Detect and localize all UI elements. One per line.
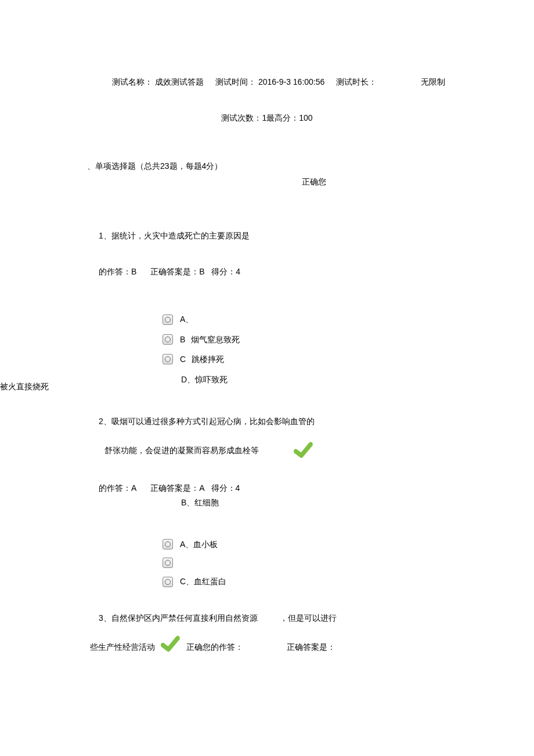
q1-opt-b-text: 烟气窒息致死 — [191, 333, 240, 346]
q2-score-val: 4 — [236, 483, 240, 493]
max-label: 最高分： — [266, 113, 299, 122]
test-name-label: 测试名称： — [112, 77, 153, 86]
q2-opt-b: B、红细胞 — [181, 496, 534, 509]
count-label: 测试次数： — [221, 113, 262, 122]
q2-option-blank[interactable] — [163, 558, 534, 568]
q2-answer-val: A — [131, 483, 136, 493]
q1-opt-b-label: B — [180, 333, 185, 346]
test-name: 成效测试答题 — [155, 77, 204, 86]
q1-answer-line: 的作答：B 正确答案是：B 得分：4 — [99, 265, 534, 278]
radio-icon[interactable] — [163, 558, 173, 568]
max-value: 100 — [299, 113, 312, 122]
q3-line2a: 些生产性经营活动 — [90, 641, 155, 653]
q1-score-val: 4 — [236, 267, 240, 276]
q2-line1: 2、吸烟可以通过很多种方式引起冠心病，比如会影响血管的 — [99, 415, 534, 428]
q3-line1a: 3、自然保护区内严禁任何直接利用自然资源 — [99, 613, 258, 623]
q1-text: 1、据统计，火灾中造成死亡的主要原因是 — [99, 229, 534, 242]
q2-correct-val: A — [199, 483, 204, 493]
q2-option-c[interactable]: C、血红蛋白 — [163, 575, 534, 588]
q1-answer-val: B — [131, 267, 136, 276]
section-title: 、单项选择题（总共23题，每题4分） — [87, 160, 534, 172]
q1-side-text: 被火直接烧死 — [0, 380, 49, 393]
radio-icon[interactable] — [163, 314, 173, 325]
q2-answer-prefix: 的作答： — [99, 483, 131, 493]
test-time-label: 测试时间： — [215, 77, 256, 86]
q2-answer-line: 的作答：A 正确答案是：A 得分：4 — [99, 482, 534, 494]
q2-opt-c-label: C、血红蛋白 — [180, 575, 226, 588]
q2-line2-row: 舒张功能，会促进的凝聚而容易形成血栓等 — [104, 442, 534, 458]
q3-line2b: 正确 — [186, 641, 203, 653]
duration-value: 无限制 — [421, 77, 445, 86]
q2-correct-label: 正确答案是： — [150, 483, 199, 493]
radio-icon[interactable] — [163, 354, 173, 364]
q1-option-c[interactable]: C 跳楼摔死 — [163, 353, 534, 366]
q1-opt-c-label: C — [180, 353, 186, 366]
radio-icon[interactable] — [163, 577, 173, 587]
test-time: 2016-9-3 16:00:56 — [258, 77, 324, 86]
q3-line1b: ，但是可以进行 — [280, 613, 337, 623]
q3-line2c: 您的作答： — [203, 641, 243, 653]
q1-correct-label: 正确答案是： — [150, 267, 199, 276]
header-line-2: 测试次数：1最高分：100 — [0, 111, 534, 124]
q1-score-label: 得分： — [211, 267, 236, 276]
checkmark-icon — [160, 635, 182, 653]
q1-correct-val: B — [199, 267, 204, 276]
correct-you-label: 正确您 — [302, 175, 534, 188]
q3-line2: 些生产性经营活动 正确您的作答： 正确答案是： — [90, 639, 534, 655]
q1-opt-c-text: 跳楼摔死 — [192, 353, 224, 366]
q1-option-a[interactable]: A、 — [163, 313, 534, 325]
q1-option-d: D、惊吓致死 — [181, 373, 534, 386]
duration-label: 测试时长： — [336, 77, 377, 86]
question-1: 1、据统计，火灾中造成死亡的主要原因是 的作答：B 正确答案是：B 得分：4 被… — [0, 229, 534, 386]
q1-options: A、 B 烟气窒息致死 C 跳楼摔死 — [163, 313, 534, 366]
question-3: 3、自然保护区内严禁任何直接利用自然资源 ，但是可以进行 些生产性经营活动 正确… — [0, 612, 534, 655]
page-container: 测试名称：成效测试答题 测试时间：2016-9-3 16:00:56 测试时长：… — [0, 75, 534, 655]
q1-option-b[interactable]: B 烟气窒息致死 — [163, 333, 534, 346]
q2-options: A、血小板 C、血红蛋白 — [163, 538, 534, 588]
question-2: 2、吸烟可以通过很多种方式引起冠心病，比如会影响血管的 舒张功能，会促进的凝聚而… — [0, 415, 534, 588]
header-line-1: 测试名称：成效测试答题 测试时间：2016-9-3 16:00:56 测试时长：… — [0, 75, 534, 88]
checkmark-icon — [293, 441, 315, 460]
q2-opt-a-label: A、血小板 — [180, 538, 218, 551]
q2-option-a[interactable]: A、血小板 — [163, 538, 534, 551]
q1-answer-prefix: 的作答： — [99, 267, 131, 276]
radio-icon[interactable] — [163, 334, 173, 345]
q3-line2d: 正确答案是： — [287, 641, 335, 653]
radio-icon[interactable] — [163, 539, 173, 549]
q2-score-label: 得分： — [211, 483, 236, 493]
q2-line2: 舒张功能，会促进的凝聚而容易形成血栓等 — [104, 444, 259, 457]
q3-line1: 3、自然保护区内严禁任何直接利用自然资源 ，但是可以进行 — [99, 612, 534, 624]
q1-opt-a-label: A、 — [180, 313, 193, 325]
